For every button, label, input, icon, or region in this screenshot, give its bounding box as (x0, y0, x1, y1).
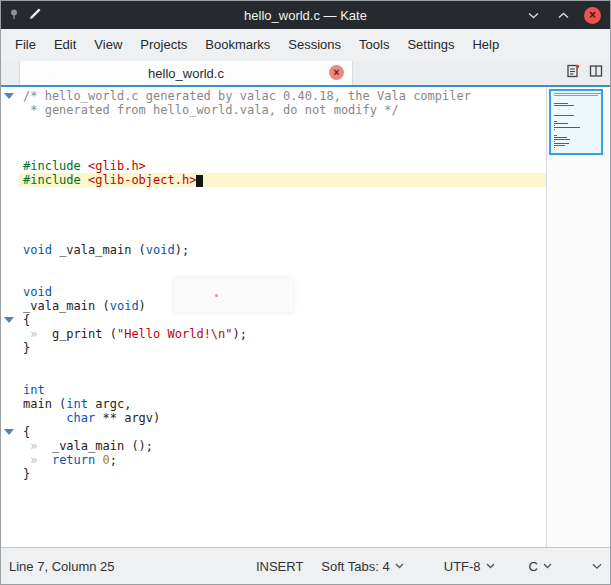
code-line: /* hello_world.c generated by valac 0.40… (1, 89, 546, 103)
menu-sessions[interactable]: Sessions (279, 29, 350, 61)
menu-edit[interactable]: Edit (45, 29, 85, 61)
minimap-scrollbar[interactable] (546, 87, 610, 547)
gutter-cell (1, 243, 19, 257)
code-line: #include <glib-object.h> (1, 173, 546, 187)
maximize-button[interactable] (554, 6, 572, 24)
gutter-cell (1, 383, 19, 397)
menu-settings[interactable]: Settings (398, 29, 463, 61)
gutter-cell (1, 117, 19, 131)
code-line (1, 145, 546, 159)
insert-mode-label[interactable]: INSERT (256, 559, 303, 574)
encoding-label: UTF-8 (444, 559, 481, 574)
menu-projects[interactable]: Projects (131, 29, 196, 61)
chevron-down-icon (486, 563, 495, 569)
code-line (1, 131, 546, 145)
menu-help[interactable]: Help (463, 29, 508, 61)
tab-mode-select[interactable]: Soft Tabs: 4 (321, 559, 403, 574)
code-line (1, 271, 546, 285)
code-line: void _vala_main (void); (1, 243, 546, 257)
gutter-cell (1, 369, 19, 383)
gutter-cell (1, 159, 19, 173)
menubar: File Edit View Projects Bookmarks Sessio… (1, 29, 610, 61)
code-lines[interactable]: /* hello_world.c generated by valac 0.40… (1, 87, 546, 547)
code-line (1, 201, 546, 215)
code-line: { (1, 313, 546, 327)
code-line (1, 187, 546, 201)
code-line: { (1, 425, 546, 439)
code-line (1, 229, 546, 243)
gutter-cell (1, 397, 19, 411)
minimap-bars (554, 93, 601, 148)
code-line: _vala_main (void) (1, 299, 546, 313)
encoding-select[interactable]: UTF-8 (444, 559, 495, 574)
gutter-cell (1, 299, 19, 313)
menu-bookmarks[interactable]: Bookmarks (196, 29, 279, 61)
gutter-cell (1, 425, 19, 439)
code-line (1, 369, 546, 383)
language-select[interactable]: C (529, 559, 552, 574)
code-line (1, 257, 546, 271)
chevron-down-icon (395, 563, 404, 569)
documents-list-icon[interactable] (565, 63, 581, 83)
gutter-cell (1, 285, 19, 299)
statusbar-menu-chevron-icon[interactable] (592, 563, 602, 570)
gutter-cell (1, 201, 19, 215)
gutter-cell (1, 131, 19, 145)
kate-app-icon (28, 7, 42, 24)
tab-close-icon[interactable]: × (329, 65, 344, 80)
gutter-cell (1, 411, 19, 425)
gutter-cell (1, 229, 19, 243)
language-label: C (529, 559, 538, 574)
gutter-cell (1, 341, 19, 355)
gutter-cell (1, 173, 19, 187)
menu-tools[interactable]: Tools (350, 29, 398, 61)
text-cursor (196, 175, 203, 187)
menu-view[interactable]: View (85, 29, 131, 61)
gutter-cell (1, 257, 19, 271)
editor-area[interactable]: /* hello_world.c generated by valac 0.40… (1, 87, 610, 547)
fold-marker-icon[interactable] (4, 93, 14, 99)
gutter-cell (1, 145, 19, 159)
fold-marker-icon[interactable] (4, 429, 14, 435)
statusbar: Line 7, Column 25 INSERT Soft Tabs: 4 UT… (1, 547, 610, 584)
code-line: * generated from hello_world.vala, do no… (1, 103, 546, 117)
tab-label: hello_world.c (148, 66, 224, 81)
gutter-cell (1, 327, 19, 341)
code-line: » g_print ("Hello World!\n"); (1, 327, 546, 341)
code-line: int (1, 383, 546, 397)
kate-window: hello_world.c — Kate × File Edit View Pr… (0, 0, 611, 585)
pin-icon (8, 8, 20, 23)
chevron-down-icon (543, 563, 552, 569)
code-line: char ** argv) (1, 411, 546, 425)
minimap-viewport[interactable] (549, 89, 603, 155)
code-line: » return 0; (1, 453, 546, 467)
gutter-cell (1, 187, 19, 201)
gutter-cell (1, 271, 19, 285)
code-line (1, 355, 546, 369)
tab-mode-label: Soft Tabs: 4 (321, 559, 389, 574)
code-line: #include <glib.h> (1, 159, 546, 173)
code-line: } (1, 467, 546, 481)
close-button[interactable]: × (584, 7, 601, 24)
tab-hello-world-c[interactable]: hello_world.c × (19, 61, 353, 85)
tabbar: hello_world.c × (1, 61, 610, 87)
gutter-cell (1, 313, 19, 327)
code-line (1, 215, 546, 229)
gutter-cell (1, 467, 19, 481)
code-line: » _vala_main (); (1, 439, 546, 453)
gutter-cell (1, 103, 19, 117)
gutter-cell (1, 215, 19, 229)
fold-marker-icon[interactable] (4, 317, 14, 323)
minimize-button[interactable] (524, 6, 542, 24)
gutter-cell (1, 89, 19, 103)
window-title: hello_world.c — Kate (244, 8, 367, 23)
code-line: void (1, 285, 546, 299)
code-line: } (1, 341, 546, 355)
cursor-position-label[interactable]: Line 7, Column 25 (9, 559, 115, 574)
menu-file[interactable]: File (6, 29, 45, 61)
split-view-icon[interactable] (588, 63, 604, 83)
titlebar[interactable]: hello_world.c — Kate × (1, 1, 610, 29)
gutter-cell (1, 355, 19, 369)
code-line (1, 117, 546, 131)
gutter-cell (1, 453, 19, 467)
